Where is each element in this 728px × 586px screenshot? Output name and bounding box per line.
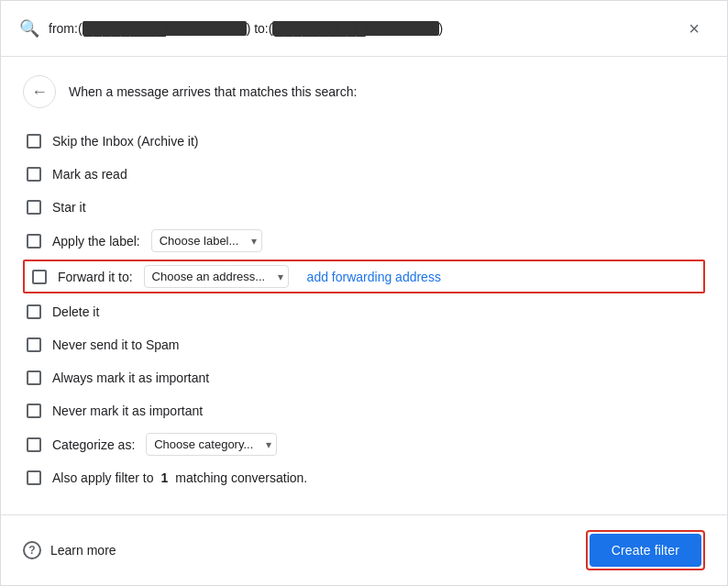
option-apply-label: Apply the label: Choose label... — [23, 224, 705, 258]
label-apply-label: Apply the label: Choose label... — [52, 229, 262, 252]
back-button[interactable]: ← — [23, 75, 56, 108]
checkbox-skip-inbox[interactable] — [27, 134, 41, 149]
checkbox-never-important[interactable] — [27, 404, 41, 418]
to-email: ██████████@gmail.com — [272, 21, 438, 36]
label-skip-inbox: Skip the Inbox (Archive it) — [52, 134, 199, 149]
option-categorize-as: Categorize as: Choose category... — [23, 427, 705, 461]
label-never-important: Never mark it as important — [52, 404, 203, 418]
forward-dropdown[interactable]: Choose an address... — [144, 265, 289, 288]
checkbox-apply-label[interactable] — [27, 234, 41, 249]
create-filter-button[interactable]: Create filter — [590, 534, 701, 567]
option-always-important: Always mark it as important — [23, 361, 705, 394]
checkbox-mark-as-read[interactable] — [27, 167, 41, 182]
label-star-it: Star it — [52, 200, 86, 215]
add-forwarding-link[interactable]: add forwarding address — [307, 270, 441, 284]
forward-select-wrapper: Choose an address... — [144, 265, 289, 288]
option-also-apply: Also apply filter to 1 matching conversa… — [23, 461, 705, 494]
label-select-wrapper: Choose label... — [151, 229, 262, 252]
checkbox-forward-it[interactable] — [32, 270, 47, 284]
help-icon[interactable]: ? — [23, 541, 41, 559]
option-forward-it: Forward it to: Choose an address... add … — [23, 260, 705, 293]
checkbox-categorize-as[interactable] — [27, 437, 41, 452]
from-email: █████████9@gmail.com — [83, 21, 247, 36]
label-delete-it: Delete it — [52, 304, 99, 319]
filter-dialog: 🔍 from:(█████████9@gmail.com) to:(██████… — [0, 0, 728, 586]
checkbox-always-important[interactable] — [27, 370, 41, 385]
checkbox-delete-it[interactable] — [27, 304, 41, 319]
checkbox-never-spam[interactable] — [27, 337, 41, 352]
label-categorize-as: Categorize as: Choose category... — [52, 433, 277, 456]
footer-left: ? Learn more — [23, 541, 116, 559]
subtitle-text: When a message arrives that matches this… — [69, 84, 357, 99]
dialog-footer: ? Learn more Create filter — [1, 514, 727, 585]
checkbox-also-apply[interactable] — [27, 470, 41, 485]
label-forward-it: Forward it to: Choose an address... — [58, 265, 289, 288]
header-left: 🔍 from:(█████████9@gmail.com) to:(██████… — [19, 18, 679, 39]
category-dropdown[interactable]: Choose category... — [146, 433, 277, 456]
option-skip-inbox: Skip the Inbox (Archive it) — [23, 125, 705, 158]
close-button[interactable]: × — [679, 14, 709, 43]
create-filter-wrapper: Create filter — [586, 530, 705, 570]
header-query: from:(█████████9@gmail.com) to:(████████… — [49, 21, 443, 36]
dialog-body: ← When a message arrives that matches th… — [1, 57, 727, 514]
label-dropdown[interactable]: Choose label... — [151, 229, 262, 252]
category-select-wrapper: Choose category... — [146, 433, 277, 456]
label-also-apply: Also apply filter to 1 matching conversa… — [52, 470, 307, 485]
learn-more-link[interactable]: Learn more — [50, 543, 116, 558]
option-delete-it: Delete it — [23, 295, 705, 328]
option-star-it: Star it — [23, 191, 705, 224]
option-mark-as-read: Mark as read — [23, 158, 705, 191]
subtitle-row: ← When a message arrives that matches th… — [23, 75, 705, 108]
search-icon: 🔍 — [19, 18, 39, 39]
option-never-important: Never mark it as important — [23, 394, 705, 427]
option-never-spam: Never send it to Spam — [23, 328, 705, 361]
label-always-important: Always mark it as important — [52, 370, 209, 385]
label-never-spam: Never send it to Spam — [52, 337, 180, 352]
checkbox-star-it[interactable] — [27, 200, 41, 215]
dialog-header: 🔍 from:(█████████9@gmail.com) to:(██████… — [1, 1, 727, 57]
label-mark-as-read: Mark as read — [52, 167, 127, 182]
conversation-count: 1 — [161, 470, 169, 485]
